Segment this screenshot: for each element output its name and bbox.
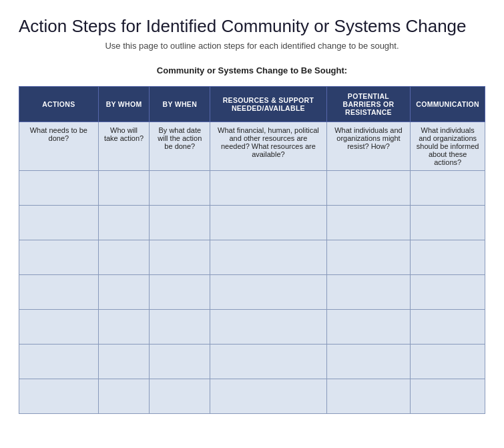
table-row[interactable] <box>19 345 485 379</box>
table-row[interactable] <box>19 379 485 414</box>
col-header-actions: ACTIONS <box>19 87 99 122</box>
change-label: Community or Systems Change to Be Sought… <box>19 65 485 75</box>
table-row[interactable] <box>19 171 485 206</box>
desc-resources: What financial, human, political and oth… <box>210 122 327 171</box>
col-header-resources: RESOURCES & SUPPORT NEEDED/AVAILABLE <box>210 87 327 122</box>
table-row-description: What needs to be done? Who will take act… <box>19 122 485 171</box>
col-header-communication: COMMUNICATION <box>411 87 485 122</box>
desc-bywhen: By what date will the action be done? <box>150 122 210 171</box>
table-row[interactable] <box>19 310 485 345</box>
desc-communication: What individuals and organizations shoul… <box>411 122 485 171</box>
col-header-bywhen: BY WHEN <box>150 87 210 122</box>
col-header-barriers: POTENTIAL BARRIERS OR RESISTANCE <box>326 87 411 122</box>
desc-actions: What needs to be done? <box>19 122 99 171</box>
action-steps-table: ACTIONS BY WHOM BY WHEN RESOURCES & SUPP… <box>19 86 485 414</box>
page-title: Action Steps for Identified Community or… <box>19 16 485 37</box>
table-row[interactable] <box>19 206 485 240</box>
desc-bywhom: Who will take action? <box>98 122 150 171</box>
col-header-bywhom: BY WHOM <box>98 87 150 122</box>
page-subtitle: Use this page to outline action steps fo… <box>19 41 485 51</box>
table-row[interactable] <box>19 240 485 275</box>
desc-barriers: What individuals and organizations might… <box>326 122 411 171</box>
table-row[interactable] <box>19 275 485 310</box>
